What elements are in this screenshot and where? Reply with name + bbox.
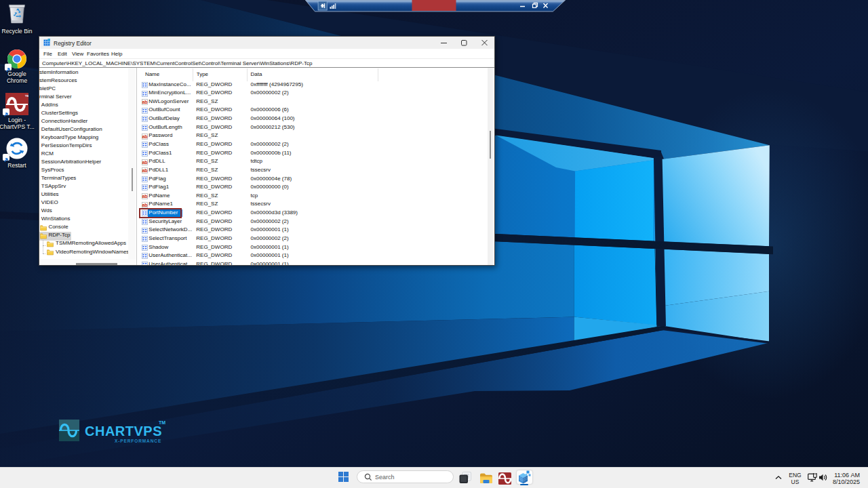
svg-text:ab: ab: [142, 194, 147, 199]
svg-text:ab: ab: [142, 203, 147, 207]
svg-text:ab: ab: [142, 134, 147, 139]
svg-text:ab: ab: [142, 100, 147, 104]
svg-text:ab: ab: [142, 168, 147, 173]
svg-text:ab: ab: [142, 160, 147, 165]
svg-text:TM: TM: [25, 94, 28, 98]
